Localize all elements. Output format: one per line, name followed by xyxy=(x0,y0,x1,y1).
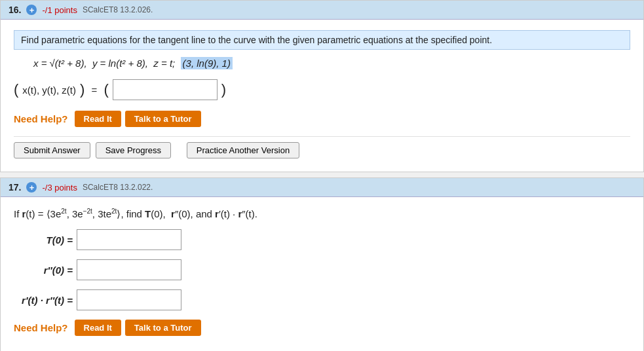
q16-paren-left: ( xyxy=(14,83,18,97)
q16-answer-line: ( x(t), y(t), z(t) ) = ( ) xyxy=(14,79,630,100)
plus-icon-16: + xyxy=(26,5,37,15)
q17-problem-row: If r(t) = ⟨3e2t, 3e−2t, 3te2t⟩, find T(0… xyxy=(14,208,630,220)
q17-T0-row: T(0) = xyxy=(14,229,630,250)
q17-T0-input[interactable] xyxy=(77,229,181,250)
q16-talk-tutor-button[interactable]: Talk to a Tutor xyxy=(125,111,201,127)
q16-source: SCalcET8 13.2.026. xyxy=(83,5,153,14)
q16-point: (3, ln(9), 1) xyxy=(181,57,233,69)
q17-number: 17. xyxy=(9,182,21,193)
q17-problem-text: If r(t) = ⟨3e2t, 3e−2t, 3te2t⟩, find T(0… xyxy=(14,208,257,220)
q17-r2-input[interactable] xyxy=(77,259,181,280)
q17-r2-label: r″(0) = xyxy=(14,265,73,276)
q17-source: SCalcET8 13.2.022. xyxy=(83,183,153,192)
q16-answer-input[interactable] xyxy=(113,79,218,100)
q16-paren-close: ) xyxy=(221,83,226,97)
q17-need-help: Need Help? xyxy=(14,322,68,333)
q16-problem-text: Find parametric equations for the tangen… xyxy=(21,35,492,45)
q16-answer-label: x(t), y(t), z(t) xyxy=(22,84,76,96)
q16-practice-button[interactable]: Practice Another Version xyxy=(187,142,299,158)
q17-r2-row: r″(0) = xyxy=(14,259,630,280)
question-17-header: 17. + -/3 points SCalcET8 13.2.022. xyxy=(1,178,643,197)
q16-need-help: Need Help? xyxy=(14,113,68,124)
q16-paren-right: ) xyxy=(80,83,85,97)
question-16-header: 16. + -/1 points SCalcET8 13.2.026. xyxy=(1,1,643,20)
q17-help-row: Need Help? Read It Talk to a Tutor xyxy=(14,320,630,336)
question-17: 17. + -/3 points SCalcET8 13.2.022. If r… xyxy=(0,177,644,351)
q17-read-it-button[interactable]: Read It xyxy=(75,320,121,336)
q16-points: -/1 points xyxy=(42,5,77,15)
q17-dot-row: r′(t) · r″(t) = xyxy=(14,289,630,310)
question-16: 16. + -/1 points SCalcET8 13.2.026. Find… xyxy=(0,0,644,172)
q16-paren-open: ( xyxy=(104,83,108,97)
q16-help-row: Need Help? Read It Talk to a Tutor xyxy=(14,111,630,127)
q17-points: -/3 points xyxy=(42,183,77,193)
q17-dot-input[interactable] xyxy=(77,289,181,310)
q16-action-row: Submit Answer Save Progress Practice Ano… xyxy=(14,136,630,161)
q16-number: 16. xyxy=(9,5,21,15)
q16-submit-button[interactable]: Submit Answer xyxy=(14,142,90,158)
q16-save-button[interactable]: Save Progress xyxy=(96,142,171,158)
q16-equation: x = √(t² + 8), y = ln(t² + 8), z = t; (3… xyxy=(33,58,630,69)
plus-icon-17: + xyxy=(26,182,37,193)
q17-talk-tutor-button[interactable]: Talk to a Tutor xyxy=(125,320,201,336)
q16-read-it-button[interactable]: Read It xyxy=(75,111,121,127)
q16-body: Find parametric equations for the tangen… xyxy=(1,20,643,172)
q16-equals: = xyxy=(88,84,100,96)
q17-body: If r(t) = ⟨3e2t, 3e−2t, 3te2t⟩, find T(0… xyxy=(1,197,643,351)
q16-problem: Find parametric equations for the tangen… xyxy=(14,30,630,50)
q17-dot-label: r′(t) · r″(t) = xyxy=(14,295,73,306)
q17-T0-label: T(0) = xyxy=(14,234,73,246)
